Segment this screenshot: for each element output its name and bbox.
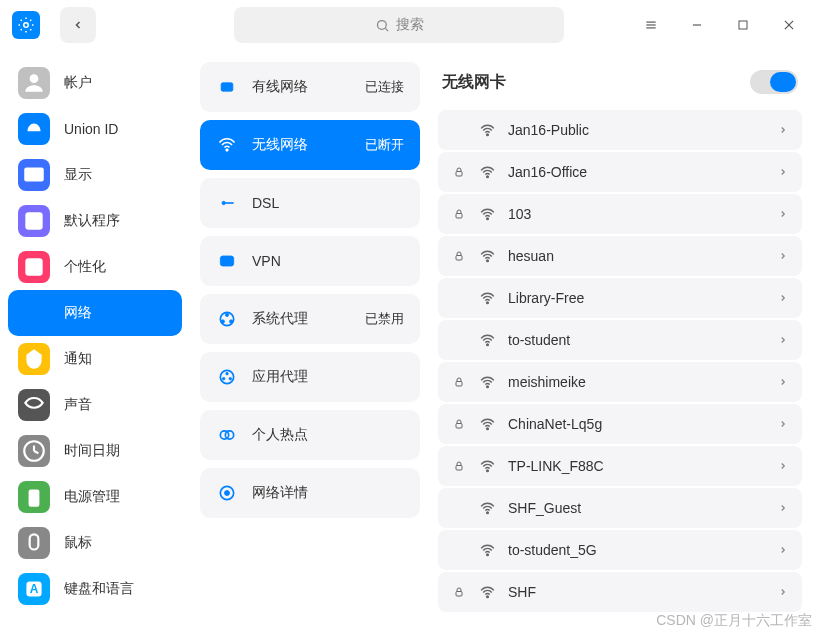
svg-line-18 (34, 451, 38, 453)
chevron-right-icon (778, 374, 788, 390)
wifi-name: SHF (508, 584, 766, 600)
sidebar-item-6[interactable]: 通知 (8, 336, 182, 382)
svg-line-2 (385, 28, 388, 31)
minimize-button[interactable] (688, 16, 706, 34)
category-icon (216, 134, 238, 156)
wifi-name: hesuan (508, 248, 766, 264)
nav-icon (18, 297, 50, 329)
close-button[interactable] (780, 16, 798, 34)
svg-rect-43 (456, 214, 462, 219)
nav-icon (18, 481, 50, 513)
chevron-right-icon (778, 164, 788, 180)
svg-rect-27 (220, 256, 233, 266)
category-icon (216, 424, 238, 446)
svg-point-44 (486, 217, 488, 219)
chevron-right-icon (778, 416, 788, 432)
nav-icon (18, 205, 50, 237)
chevron-right-icon (778, 584, 788, 600)
category-item-0[interactable]: 有线网络已连接 (200, 62, 420, 112)
sidebar-item-label: 鼠标 (64, 534, 92, 552)
svg-rect-57 (456, 592, 462, 597)
svg-point-58 (486, 595, 488, 597)
category-item-7[interactable]: 网络详情 (200, 468, 420, 518)
window-controls (642, 16, 808, 34)
category-label: 无线网络 (252, 136, 308, 154)
wifi-item[interactable]: to-student (438, 320, 802, 360)
maximize-button[interactable] (734, 16, 752, 34)
category-icon (216, 192, 238, 214)
nav-icon: A (18, 573, 50, 605)
svg-point-0 (24, 23, 29, 28)
svg-point-55 (486, 511, 488, 513)
category-item-2[interactable]: DSL (200, 178, 420, 228)
svg-point-54 (486, 469, 488, 471)
wifi-name: to-student (508, 332, 766, 348)
svg-point-35 (229, 377, 232, 380)
svg-point-15 (31, 310, 38, 317)
svg-rect-11 (24, 167, 44, 181)
back-button[interactable] (60, 7, 96, 43)
svg-rect-12 (25, 212, 42, 229)
category-panel: 有线网络已连接无线网络已断开DSLVPN系统代理已禁用应用代理个人热点网络详情 (190, 50, 430, 634)
sidebar-item-1[interactable]: Union ID (8, 106, 182, 152)
sidebar-item-2[interactable]: 显示 (8, 152, 182, 198)
svg-point-10 (30, 74, 39, 83)
menu-button[interactable] (642, 16, 660, 34)
wifi-item[interactable]: 103 (438, 194, 802, 234)
sidebar-item-label: 网络 (64, 304, 92, 322)
wifi-signal-icon (478, 416, 496, 433)
wifi-name: SHF_Guest (508, 500, 766, 516)
sidebar-item-label: Union ID (64, 121, 118, 137)
wifi-signal-icon (478, 584, 496, 601)
category-item-1[interactable]: 无线网络已断开 (200, 120, 420, 170)
sidebar-item-0[interactable]: 帐户 (8, 60, 182, 106)
svg-rect-23 (221, 83, 233, 91)
svg-rect-49 (456, 382, 462, 387)
sidebar-item-11[interactable]: A键盘和语言 (8, 566, 182, 612)
wifi-item[interactable]: Jan16-Office (438, 152, 802, 192)
sidebar-item-label: 时间日期 (64, 442, 120, 460)
sidebar-item-label: 声音 (64, 396, 92, 414)
category-item-5[interactable]: 应用代理 (200, 352, 420, 402)
category-status: 已连接 (365, 78, 404, 96)
detail-header: 无线网卡 (438, 62, 802, 110)
sidebar-item-5[interactable]: 网络 (8, 290, 182, 336)
chevron-right-icon (778, 290, 788, 306)
sidebar: 帐户Union ID显示默认程序个性化网络通知声音时间日期电源管理鼠标A键盘和语… (0, 50, 190, 634)
wifi-item[interactable]: meishimeike (438, 362, 802, 402)
svg-rect-13 (25, 258, 42, 275)
search-placeholder: 搜索 (396, 16, 424, 34)
sidebar-item-8[interactable]: 时间日期 (8, 428, 182, 474)
svg-point-25 (222, 201, 225, 204)
lock-icon (452, 586, 466, 598)
search-input[interactable]: 搜索 (234, 7, 564, 43)
wifi-name: ChinaNet-Lq5g (508, 416, 766, 432)
wifi-item[interactable]: SHF (438, 572, 802, 612)
sidebar-item-10[interactable]: 鼠标 (8, 520, 182, 566)
wifi-toggle[interactable] (750, 70, 798, 94)
wifi-item[interactable]: ChinaNet-Lq5g (438, 404, 802, 444)
wifi-item[interactable]: to-student_5G (438, 530, 802, 570)
wifi-item[interactable]: Jan16-Public (438, 110, 802, 150)
sidebar-item-9[interactable]: 电源管理 (8, 474, 182, 520)
wifi-item[interactable]: TP-LINK_F88C (438, 446, 802, 486)
wifi-item[interactable]: SHF_Guest (438, 488, 802, 528)
svg-rect-20 (30, 534, 39, 549)
sidebar-item-4[interactable]: 个性化 (8, 244, 182, 290)
category-icon (216, 366, 238, 388)
sidebar-item-7[interactable]: 声音 (8, 382, 182, 428)
sidebar-item-label: 个性化 (64, 258, 106, 276)
svg-rect-51 (456, 424, 462, 429)
wifi-item[interactable]: hesuan (438, 236, 802, 276)
svg-point-30 (221, 320, 224, 323)
wifi-name: Jan16-Public (508, 122, 766, 138)
category-item-4[interactable]: 系统代理已禁用 (200, 294, 420, 344)
category-label: 个人热点 (252, 426, 308, 444)
sidebar-item-3[interactable]: 默认程序 (8, 198, 182, 244)
category-item-6[interactable]: 个人热点 (200, 410, 420, 460)
nav-icon (18, 343, 50, 375)
nav-icon (18, 527, 50, 559)
svg-point-50 (486, 385, 488, 387)
category-item-3[interactable]: VPN (200, 236, 420, 286)
wifi-item[interactable]: Library-Free (438, 278, 802, 318)
